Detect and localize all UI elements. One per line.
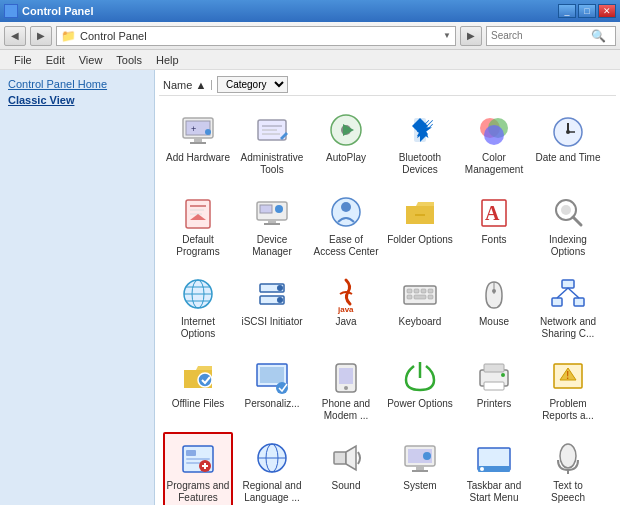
- search-icon[interactable]: 🔍: [591, 29, 606, 43]
- icon-item-personalize[interactable]: Personaliz...: [237, 350, 307, 428]
- icon-item-device-mgr[interactable]: Device Manager: [237, 186, 307, 264]
- iscsi-icon: [252, 274, 292, 314]
- svg-rect-55: [421, 289, 426, 293]
- maximize-button[interactable]: □: [578, 4, 596, 18]
- address-dropdown-arrow[interactable]: ▼: [443, 31, 451, 40]
- internet-opts-label: Internet Options: [165, 316, 231, 340]
- system-icon: [400, 438, 440, 478]
- icon-item-problem-reports[interactable]: !Problem Reports a...: [533, 350, 603, 428]
- icon-item-programs-features[interactable]: Programs and Features: [163, 432, 233, 505]
- icon-item-ease-access[interactable]: Ease of Access Center: [311, 186, 381, 264]
- main-container: Control Panel Home Classic View Name ▲ |…: [0, 70, 620, 505]
- icon-item-autoplay[interactable]: AutoPlay: [311, 104, 381, 182]
- icon-item-default-programs[interactable]: Default Programs: [163, 186, 233, 264]
- menu-tools[interactable]: Tools: [110, 52, 148, 68]
- device-mgr-icon: [252, 192, 292, 232]
- svg-rect-63: [552, 298, 562, 306]
- forward-button[interactable]: ▶: [30, 26, 52, 46]
- icon-item-iscsi[interactable]: iSCSI Initiator: [237, 268, 307, 346]
- programs-features-label: Programs and Features: [165, 480, 231, 504]
- printers-icon: [474, 356, 514, 396]
- app-icon: [4, 4, 18, 18]
- icon-item-folder-opts[interactable]: Folder Options: [385, 186, 455, 264]
- icon-item-internet-opts[interactable]: Internet Options: [163, 268, 233, 346]
- icon-item-keyboard[interactable]: Keyboard: [385, 268, 455, 346]
- autoplay-label: AutoPlay: [313, 152, 379, 164]
- svg-rect-77: [484, 382, 504, 390]
- regional-lang-icon: [252, 438, 292, 478]
- address-bar[interactable]: 📁 Control Panel ▼: [56, 26, 456, 46]
- icon-item-add-hardware[interactable]: +Add Hardware: [163, 104, 233, 182]
- icon-item-color-mgmt[interactable]: Color Management: [459, 104, 529, 182]
- default-programs-label: Default Programs: [165, 234, 231, 258]
- sort-name-label[interactable]: Name ▲: [163, 79, 206, 91]
- icon-item-bluetooth[interactable]: ★ ␥Bluetooth Devices: [385, 104, 455, 182]
- icon-item-mouse[interactable]: Mouse: [459, 268, 529, 346]
- sidebar-classic-link[interactable]: Classic View: [8, 94, 146, 106]
- folder-opts-icon: [400, 192, 440, 232]
- sidebar-home-link[interactable]: Control Panel Home: [8, 78, 146, 90]
- svg-rect-3: [190, 142, 206, 144]
- ease-access-label: Ease of Access Center: [313, 234, 379, 258]
- search-input[interactable]: [491, 30, 591, 41]
- menu-edit[interactable]: Edit: [40, 52, 71, 68]
- svg-text:java: java: [337, 305, 354, 314]
- back-button[interactable]: ◀: [4, 26, 26, 46]
- svg-point-73: [344, 386, 348, 390]
- svg-rect-30: [260, 205, 272, 213]
- indexing-icon: [548, 192, 588, 232]
- svg-point-50: [277, 297, 283, 303]
- svg-rect-36: [415, 214, 425, 216]
- svg-point-78: [501, 373, 505, 377]
- icon-item-printers[interactable]: Printers: [459, 350, 529, 428]
- taskbar-start-icon: [474, 438, 514, 478]
- printers-label: Printers: [461, 398, 527, 410]
- menu-help[interactable]: Help: [150, 52, 185, 68]
- icon-item-system[interactable]: System: [385, 432, 455, 505]
- color-mgmt-label: Color Management: [461, 152, 527, 176]
- toolbar: ◀ ▶ 📁 Control Panel ▼ ▶ 🔍: [0, 22, 620, 50]
- close-button[interactable]: ✕: [598, 4, 616, 18]
- power-opts-label: Power Options: [387, 398, 453, 410]
- autoplay-icon: [326, 110, 366, 150]
- icon-item-text-speech[interactable]: Text to Speech: [533, 432, 603, 505]
- system-label: System: [387, 480, 453, 492]
- svg-point-35: [341, 202, 351, 212]
- icon-item-fonts[interactable]: AFonts: [459, 186, 529, 264]
- go-button[interactable]: ▶: [460, 26, 482, 46]
- svg-rect-33: [264, 223, 280, 225]
- icon-item-admin-tools[interactable]: Administrative Tools: [237, 104, 307, 182]
- keyboard-icon: [400, 274, 440, 314]
- category-dropdown[interactable]: Category: [217, 76, 288, 93]
- svg-point-41: [561, 205, 571, 215]
- icon-item-offline-files[interactable]: Offline Files: [163, 350, 233, 428]
- problem-reports-icon: !: [548, 356, 588, 396]
- icon-item-datetime[interactable]: Date and Time: [533, 104, 603, 182]
- text-speech-label: Text to Speech: [535, 480, 601, 504]
- svg-point-67: [198, 373, 212, 387]
- java-label: Java: [313, 316, 379, 328]
- icon-item-phone-modem[interactable]: Phone and Modem ...: [311, 350, 381, 428]
- icon-item-indexing[interactable]: Indexing Options: [533, 186, 603, 264]
- icon-item-sound[interactable]: Sound: [311, 432, 381, 505]
- svg-text:!: !: [566, 370, 569, 381]
- offline-files-icon: [178, 356, 218, 396]
- iscsi-label: iSCSI Initiator: [239, 316, 305, 328]
- address-text: Control Panel: [80, 30, 147, 42]
- svg-rect-92: [334, 452, 346, 464]
- icon-item-regional-lang[interactable]: Regional and Language ...: [237, 432, 307, 505]
- text-speech-icon: [548, 438, 588, 478]
- admin-tools-label: Administrative Tools: [239, 152, 305, 176]
- internet-opts-icon: [178, 274, 218, 314]
- icon-item-taskbar-start[interactable]: Taskbar and Start Menu: [459, 432, 529, 505]
- phone-modem-icon: [326, 356, 366, 396]
- icon-item-network-sharing[interactable]: Network and Sharing C...: [533, 268, 603, 346]
- indexing-label: Indexing Options: [535, 234, 601, 258]
- menu-file[interactable]: File: [8, 52, 38, 68]
- search-box[interactable]: 🔍: [486, 26, 616, 46]
- menu-view[interactable]: View: [73, 52, 109, 68]
- icon-item-power-opts[interactable]: Power Options: [385, 350, 455, 428]
- minimize-button[interactable]: _: [558, 4, 576, 18]
- svg-rect-96: [416, 466, 424, 470]
- icon-item-java[interactable]: javaJava: [311, 268, 381, 346]
